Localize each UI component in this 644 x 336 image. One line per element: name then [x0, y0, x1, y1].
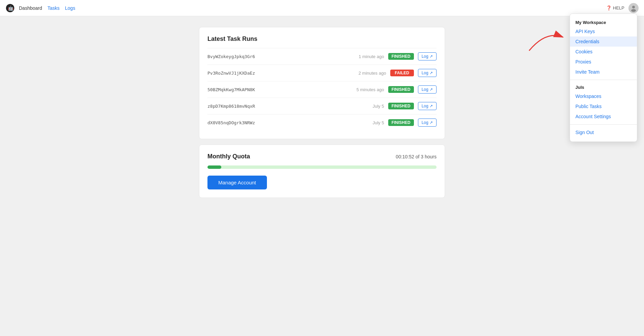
log-button[interactable]: Log ↗ [418, 119, 437, 127]
navbar-links: Dashboard Tasks Logs [19, 5, 606, 11]
manage-account-button[interactable]: Manage Account [207, 176, 267, 189]
workspace-section-label: My Workspace [570, 18, 637, 26]
log-button[interactable]: Log ↗ [418, 102, 437, 110]
table-row: Pv3RoZnwVJ1jKXDaEz 2 minutes ago FAILED … [207, 64, 437, 81]
table-row: BvyWZokeygJpkq3Gr6 1 minute ago FINISHED… [207, 48, 437, 64]
help-button[interactable]: ❓ HELP [606, 5, 624, 10]
task-id: Pv3RoZnwVJ1jKXDaEz [207, 71, 342, 76]
menu-item-proxies[interactable]: Proxies [570, 57, 637, 67]
menu-item-sign-out[interactable]: Sign Out [570, 127, 637, 137]
quota-value: 00:10:52 of 3 hours [396, 154, 437, 159]
quota-header: Monthly Quota 00:10:52 of 3 hours [207, 153, 437, 160]
status-badge: FAILED [390, 70, 414, 76]
main-content: Latest Task Runs BvyWZokeygJpkq3Gr6 1 mi… [194, 27, 450, 198]
task-time: July 5 [344, 120, 384, 125]
svg-point-2 [632, 6, 635, 8]
svg-point-3 [631, 9, 636, 12]
task-runs-title: Latest Task Runs [207, 35, 437, 43]
avatar-button[interactable] [628, 3, 639, 13]
menu-item-invite-team[interactable]: Invite Team [570, 67, 637, 77]
divider-2 [570, 124, 637, 125]
log-button[interactable]: Log ↗ [418, 69, 437, 77]
juls-section-label: Juls [570, 83, 637, 91]
table-row: z8pD7Kmp8618mvNqxR July 5 FINISHED Log ↗ [207, 98, 437, 114]
status-badge: FINISHED [388, 86, 414, 93]
logo[interactable]: 🤖 [5, 3, 15, 13]
nav-logs[interactable]: Logs [65, 5, 75, 11]
menu-item-cookies[interactable]: Cookies [570, 47, 637, 57]
table-row: dX0V85nqDOgrk3NRWz July 5 FINISHED Log ↗ [207, 114, 437, 131]
help-label: HELP [613, 5, 624, 10]
menu-item-credentials[interactable]: Credentials [570, 36, 637, 47]
dropdown-menu: My Workspace API Keys Credentials Cookie… [570, 14, 637, 142]
task-time: 5 minutes ago [344, 87, 384, 92]
task-id: 50BZMqkKwg7MkAPN8K [207, 87, 340, 92]
nav-tasks[interactable]: Tasks [48, 5, 60, 11]
quota-card: Monthly Quota 00:10:52 of 3 hours Manage… [199, 145, 445, 198]
log-button[interactable]: Log ↗ [418, 85, 437, 94]
red-arrow-container [526, 27, 566, 55]
red-arrow-icon [526, 27, 566, 54]
task-runs-card: Latest Task Runs BvyWZokeygJpkq3Gr6 1 mi… [199, 27, 445, 139]
navbar-right: ❓ HELP [606, 3, 639, 13]
status-badge: FINISHED [388, 53, 414, 60]
status-badge: FINISHED [388, 103, 414, 109]
menu-item-api-keys[interactable]: API Keys [570, 26, 637, 36]
task-time: 1 minute ago [344, 54, 384, 59]
task-time: July 5 [344, 104, 384, 109]
quota-title: Monthly Quota [207, 153, 250, 160]
menu-item-workspaces[interactable]: Workspaces [570, 91, 637, 101]
divider [570, 80, 637, 80]
navbar: 🤖 Dashboard Tasks Logs ❓ HELP [0, 0, 644, 16]
svg-text:🤖: 🤖 [8, 5, 14, 11]
task-id: z8pD7Kmp8618mvNqxR [207, 104, 340, 109]
status-badge: FINISHED [388, 119, 414, 126]
help-icon: ❓ [606, 5, 612, 10]
nav-dashboard[interactable]: Dashboard [19, 5, 42, 11]
menu-item-account-settings[interactable]: Account Settings [570, 111, 637, 122]
progress-track [207, 165, 437, 169]
task-time: 2 minutes ago [346, 71, 386, 76]
menu-item-public-tasks[interactable]: Public Tasks [570, 101, 637, 111]
log-button[interactable]: Log ↗ [418, 52, 437, 60]
progress-fill [207, 165, 221, 169]
task-id: BvyWZokeygJpkq3Gr6 [207, 54, 340, 59]
table-row: 50BZMqkKwg7MkAPN8K 5 minutes ago FINISHE… [207, 81, 437, 98]
task-id: dX0V85nqDOgrk3NRWz [207, 120, 340, 125]
